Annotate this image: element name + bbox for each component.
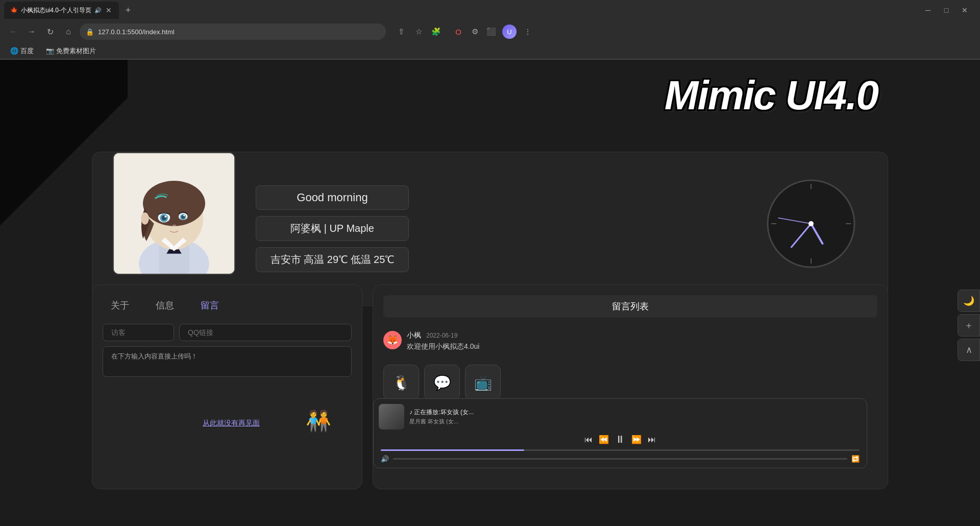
svg-point-24 [808,221,814,226]
svg-point-15 [141,212,149,225]
tab-info[interactable]: 信息 [148,295,182,316]
music-title: ♪ 正在播放:坏女孩 (女... [409,408,862,417]
next-button[interactable]: ⏭ [648,435,656,444]
music-cover [379,404,404,429]
extensions-area: O ⚙ ⬛ [451,25,498,39]
new-tab-button[interactable]: + [121,3,135,17]
farewell-link[interactable]: 从此就没有再见面 [203,419,260,428]
message-item: 🦊 小枫 2022-06-19 欢迎使用小枫拟态4.0ui [383,326,877,356]
bookmark-star-button[interactable]: ☆ [411,25,426,39]
tab-close-button[interactable]: ✕ [105,5,113,15]
music-info: ♪ 正在播放:坏女孩 (女... 星月酱 坏女孩 (女... [409,408,862,425]
message-content: 小枫 2022-06-19 欢迎使用小枫拟态4.0ui [407,331,877,351]
qq-icon: 🐧 [393,374,410,391]
fast-forward-button[interactable]: ⏩ [631,435,642,444]
address-bar: ← → ↻ ⌂ 🔒 127.0.0.1:5500/index.html ⇧ ☆ … [0,20,980,43]
bilibili-icon: 📺 [474,374,492,391]
message-text: 欢迎使用小枫拟态4.0ui [407,342,877,351]
loop-icon[interactable]: 🔁 [851,455,860,463]
bookmark-baidu[interactable]: 🌐 百度 [6,45,38,57]
message-header: 小枫 2022-06-19 [407,331,877,340]
window-controls: ─ □ ✕ [921,3,976,17]
address-input[interactable]: 🔒 127.0.0.1:5500/index.html [80,23,386,40]
music-volume: 🔊 🔁 [379,455,862,463]
qq-social-button[interactable]: 🐧 [383,365,419,400]
tab-about[interactable]: 关于 [103,295,137,316]
qq-input[interactable] [179,324,352,341]
opera-ext-button[interactable]: O [451,25,465,39]
sticker-decoration: 🧑‍🤝‍🧑 [306,409,331,433]
guest-area: 在下方输入内容直接上传吗！ [92,316,362,387]
active-tab[interactable]: 🍁 小枫拟态ui4.0-个人引导页 🔊 ✕ [4,2,119,19]
bookmark-images[interactable]: 📷 免费素材图片 [42,45,100,57]
rewind-button[interactable]: ⏪ [599,435,609,444]
left-panel: 关于 信息 留言 在下方输入内容直接上传吗！ 🧑‍🤝‍🧑 从此就没有再见面 [92,284,362,489]
home-button[interactable]: ⌂ [61,25,76,39]
clock-widget [765,178,867,280]
browser-chrome: 🍁 小枫拟态ui4.0-个人引导页 🔊 ✕ + ─ □ ✕ ← → ↻ ⌂ 🔒 … [0,0,980,60]
volume-icon: 🔊 [381,455,389,463]
lock-icon: 🔒 [86,28,94,36]
minimize-button[interactable]: ─ [921,3,935,17]
music-progress[interactable] [381,449,860,451]
message-list-title: 留言列表 [383,295,877,318]
maximize-button[interactable]: □ [939,3,953,17]
back-button[interactable]: ← [6,25,20,39]
social-icons: 🐧 💬 📺 [383,365,877,400]
images-label: 免费素材图片 [56,46,96,56]
ext-2-button[interactable]: ⬛ [484,25,498,39]
share-button[interactable]: ⇧ [394,25,408,39]
sticker-area: 🧑‍🤝‍🧑 从此就没有再见面 [92,387,362,433]
add-button[interactable]: ＋ [958,314,980,337]
close-window-button[interactable]: ✕ [958,3,972,17]
tab-messages[interactable]: 留言 [192,295,227,316]
wechat-social-button[interactable]: 💬 [424,365,460,400]
address-text: 127.0.0.1:5500/index.html [98,28,380,36]
svg-point-14 [183,214,185,216]
refresh-button[interactable]: ↻ [43,25,57,39]
address-icons: ⇧ ☆ 🧩 [394,25,443,39]
avatar-image [114,153,234,274]
play-button[interactable]: ⏸ [615,434,625,445]
theme-toggle-button[interactable]: 🌙 [958,290,980,312]
main-card: Good morning 阿婆枫 | UP Maple 吉安市 高温 29℃ 低… [92,152,888,306]
bilibili-social-button[interactable]: 📺 [465,365,501,400]
edge-buttons: 🌙 ＋ ∧ [958,290,980,361]
tab-title: 小枫拟态ui4.0-个人引导页 [21,6,91,15]
message-author: 小枫 [407,331,421,340]
message-textarea[interactable]: 在下方输入内容直接上传吗！ [103,346,352,377]
greeting-chip: Good morning [256,185,409,210]
svg-point-10 [164,216,166,218]
browser-extension-button[interactable]: 🧩 [429,25,443,39]
info-section: Good morning 阿婆枫 | UP Maple 吉安市 高温 29℃ 低… [256,185,745,272]
chevron-up-icon: ∧ [966,344,972,355]
music-artist: 星月酱 坏女孩 (女... [409,418,862,425]
tabs-header: 关于 信息 留言 [92,285,362,316]
ext-1-button[interactable]: ⚙ [468,25,482,39]
tab-sound-icon: 🔊 [94,7,102,14]
baidu-icon: 🌐 [10,47,18,55]
prev-button[interactable]: ⏮ [584,435,593,444]
page-content: Mimic UI4.0 [0,60,980,526]
music-top: ♪ 正在播放:坏女孩 (女... 星月酱 坏女孩 (女... [379,404,862,429]
scroll-top-button[interactable]: ∧ [958,339,980,361]
message-avatar: 🦊 [383,331,402,349]
baidu-label: 百度 [20,46,34,56]
images-icon: 📷 [46,47,54,55]
tab-favicon: 🍁 [10,7,18,14]
right-panel: 留言列表 🦊 小枫 2022-06-19 欢迎使用小枫拟态4.0ui 🐧 💬 [373,284,888,489]
plus-icon: ＋ [964,319,973,331]
message-date: 2022-06-19 [426,332,457,339]
title-area: Mimic UI4.0 [665,75,878,116]
avatar-wrap [113,152,235,275]
bookmarks-bar: 🌐 百度 📷 免费素材图片 [0,43,980,59]
volume-bar[interactable] [393,458,847,460]
wechat-icon: 💬 [433,374,451,391]
user-avatar-button[interactable]: U [502,25,517,39]
music-progress-fill [381,449,524,451]
tab-bar: 🍁 小枫拟态ui4.0-个人引导页 🔊 ✕ + ─ □ ✕ [0,0,980,20]
forward-button[interactable]: → [24,25,39,39]
guest-name-input[interactable] [103,324,174,341]
browser-menu-button[interactable]: ⋮ [521,25,535,39]
site-title: Mimic UI4.0 [665,75,878,116]
